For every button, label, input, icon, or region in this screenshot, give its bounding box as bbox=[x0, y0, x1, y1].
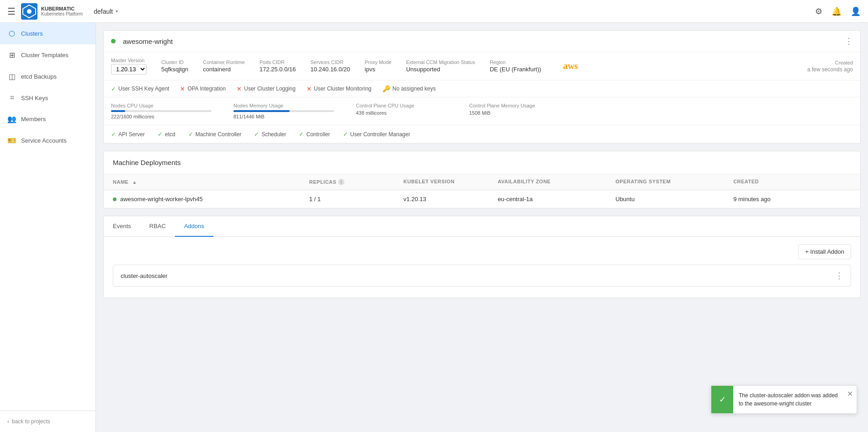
svg-point-2 bbox=[27, 9, 32, 14]
table-header: Name ▲Replicas ikubelet VersionAvailabil… bbox=[104, 174, 860, 190]
install-addon-container: + Install Addon bbox=[113, 244, 851, 259]
sidebar-item-etcd-backups[interactable]: ◫ etcd Backups bbox=[0, 66, 95, 87]
cluster-header: awesome-wright ⋮ bbox=[104, 31, 860, 52]
x-icon: ✕ bbox=[307, 85, 312, 92]
sidebar-icon-cluster-templates: ⊞ bbox=[7, 51, 16, 59]
service-label-1: etcd bbox=[165, 131, 175, 138]
table-header-created: Created bbox=[733, 179, 851, 185]
meta-cluster-id: Cluster ID 5qfksqjtgn bbox=[161, 59, 203, 73]
table-header-os: Operating System bbox=[615, 179, 733, 185]
meta-pods-cidr: Pods CIDR 172.25.0.0/16 bbox=[259, 59, 311, 73]
sidebar-item-cluster-templates[interactable]: ⊞ Cluster Templates bbox=[0, 44, 95, 66]
meta-master-version: Master Version 1.20.13 bbox=[111, 58, 161, 75]
addon-label-user-monitoring: User Cluster Monitoring bbox=[314, 85, 371, 92]
master-version-select[interactable]: 1.20.13 bbox=[111, 64, 147, 75]
cluster-addon-user-logging: ✕User Cluster Logging bbox=[237, 85, 296, 92]
toast-notification: ✓ The cluster-autoscaler addon was added… bbox=[711, 385, 857, 414]
row-name-0: awesome-wright-worker-lpvh45 bbox=[113, 196, 309, 203]
service-item-5: ✓ User Controller Manager bbox=[343, 131, 410, 138]
main-layout: ⬡ Clusters⊞ Cluster Templates◫ etcd Back… bbox=[0, 23, 868, 432]
service-label-0: API Server bbox=[118, 131, 145, 138]
install-addon-button[interactable]: + Install Addon bbox=[798, 244, 851, 259]
cluster-addon-opa: ✕OPA Integration bbox=[180, 85, 226, 92]
header-icons: ⚙ 🔔 👤 bbox=[815, 6, 861, 16]
service-item-0: ✓ API Server bbox=[111, 131, 145, 138]
sidebar-label-members: Members bbox=[21, 116, 46, 123]
service-item-2: ✓ Machine Controller bbox=[188, 131, 242, 138]
service-label-5: User Controller Manager bbox=[350, 131, 410, 138]
sidebar-icon-clusters: ⬡ bbox=[7, 29, 16, 38]
check-icon: ✓ bbox=[111, 85, 116, 92]
sidebar-label-etcd-backups: etcd Backups bbox=[21, 73, 57, 80]
toast-message: The cluster-autoscaler addon was added t… bbox=[733, 386, 843, 413]
notifications-icon[interactable]: 🔔 bbox=[831, 6, 842, 16]
tab-events[interactable]: Events bbox=[104, 216, 140, 237]
cluster-meta: Master Version 1.20.13 Cluster ID 5qfksq… bbox=[104, 52, 860, 80]
row-replicas-0: 1 / 1 bbox=[309, 196, 403, 203]
service-item-3: ✓ Scheduler bbox=[254, 131, 286, 138]
tab-content: + Install Addon cluster-autoscaler ⋮ bbox=[104, 237, 860, 298]
table-row[interactable]: awesome-wright-worker-lpvh45 1 / 1 v1.20… bbox=[104, 190, 860, 208]
content-area: awesome-wright ⋮ Master Version 1.20.13 … bbox=[96, 23, 868, 432]
sidebar-item-members[interactable]: 👥 Members bbox=[0, 108, 95, 130]
tab-addons[interactable]: Addons bbox=[175, 216, 213, 237]
usage-value-nodes-cpu: 222/1600 millicores bbox=[111, 114, 212, 119]
menu-icon[interactable]: ☰ bbox=[7, 6, 16, 17]
info-icon-replicas[interactable]: i bbox=[338, 179, 344, 185]
tab-rbac[interactable]: RBAC bbox=[140, 216, 175, 237]
toast-close-button[interactable]: ✕ bbox=[843, 386, 857, 413]
usage-bar-nodes-memory bbox=[233, 110, 290, 112]
row-name-label-0: awesome-wright-worker-lpvh45 bbox=[120, 196, 203, 203]
cluster-usage-row: Nodes CPU Usage 222/1600 millicoresNodes… bbox=[104, 97, 860, 125]
meta-aws-logo: aws bbox=[563, 61, 578, 71]
toast-check-icon: ✓ bbox=[711, 386, 733, 413]
cluster-name: awesome-wright bbox=[123, 37, 837, 45]
table-header-name[interactable]: Name ▲ bbox=[113, 179, 309, 185]
sidebar-item-service-accounts[interactable]: 🎫 Service Accounts bbox=[0, 130, 95, 151]
usage-value-control-cpu: 438 millicores bbox=[356, 110, 447, 116]
addon-menu-button-0[interactable]: ⋮ bbox=[835, 271, 843, 281]
table-header-az: Availability Zone bbox=[498, 179, 615, 185]
sidebar-footer: ‹ back to projects bbox=[0, 411, 95, 432]
service-check-icon-2: ✓ bbox=[188, 131, 193, 138]
sort-icon-name: ▲ bbox=[132, 180, 137, 185]
project-name: default bbox=[94, 8, 113, 15]
top-header: ☰ KUBERMATIC Kubernetes Platform default… bbox=[0, 0, 868, 23]
sidebar-label-cluster-templates: Cluster Templates bbox=[21, 52, 69, 59]
cluster-card: awesome-wright ⋮ Master Version 1.20.13 … bbox=[103, 30, 861, 144]
settings-icon[interactable]: ⚙ bbox=[815, 6, 822, 16]
logo-area: KUBERMATIC Kubernetes Platform bbox=[21, 3, 83, 20]
cluster-more-button[interactable]: ⋮ bbox=[845, 36, 853, 46]
sidebar-item-clusters[interactable]: ⬡ Clusters bbox=[0, 23, 95, 44]
service-check-icon-3: ✓ bbox=[254, 131, 259, 138]
cluster-addons-row: ✓User SSH Key Agent✕OPA Integration✕User… bbox=[104, 80, 860, 97]
row-az-0: eu-central-1a bbox=[498, 196, 615, 203]
usage-label-control-cpu: Control Plane CPU Usage bbox=[356, 103, 447, 108]
sidebar-label-service-accounts: Service Accounts bbox=[21, 137, 67, 144]
key-icon: 🔑 bbox=[382, 85, 390, 92]
usage-label-nodes-memory: Nodes Memory Usage bbox=[233, 103, 334, 108]
addon-list: cluster-autoscaler ⋮ bbox=[113, 265, 851, 287]
sidebar: ⬡ Clusters⊞ Cluster Templates◫ etcd Back… bbox=[0, 23, 96, 432]
addon-name-0: cluster-autoscaler bbox=[121, 272, 168, 279]
tabs-header: EventsRBACAddons bbox=[104, 216, 860, 237]
row-kubelet-0: v1.20.13 bbox=[403, 196, 498, 203]
user-icon[interactable]: 👤 bbox=[851, 6, 861, 16]
sidebar-item-ssh-keys[interactable]: ⌗ SSH Keys bbox=[0, 87, 95, 108]
sidebar-icon-service-accounts: 🎫 bbox=[7, 136, 16, 145]
sidebar-icon-etcd-backups: ◫ bbox=[7, 72, 16, 81]
service-item-4: ✓ Controller bbox=[299, 131, 330, 138]
addon-label-user-logging: User Cluster Logging bbox=[244, 85, 296, 92]
usage-label-control-memory: Control Plane Memory Usage bbox=[469, 103, 561, 108]
sidebar-icon-members: 👥 bbox=[7, 115, 16, 123]
back-to-projects-link[interactable]: ‹ back to projects bbox=[7, 418, 88, 425]
project-selector[interactable]: default ▾ bbox=[94, 8, 118, 15]
usage-nodes-cpu: Nodes CPU Usage 222/1600 millicores bbox=[111, 103, 212, 119]
usage-label-nodes-cpu: Nodes CPU Usage bbox=[111, 103, 212, 108]
cluster-addon-user-ssh: ✓User SSH Key Agent bbox=[111, 85, 169, 92]
cluster-status-indicator bbox=[111, 39, 116, 43]
sidebar-icon-ssh-keys: ⌗ bbox=[7, 94, 16, 102]
machine-deployments-title: Machine Deployments bbox=[104, 151, 860, 174]
row-status-dot-0 bbox=[113, 197, 116, 201]
cluster-services-row: ✓ API Server✓ etcd✓ Machine Controller✓ … bbox=[104, 125, 860, 143]
